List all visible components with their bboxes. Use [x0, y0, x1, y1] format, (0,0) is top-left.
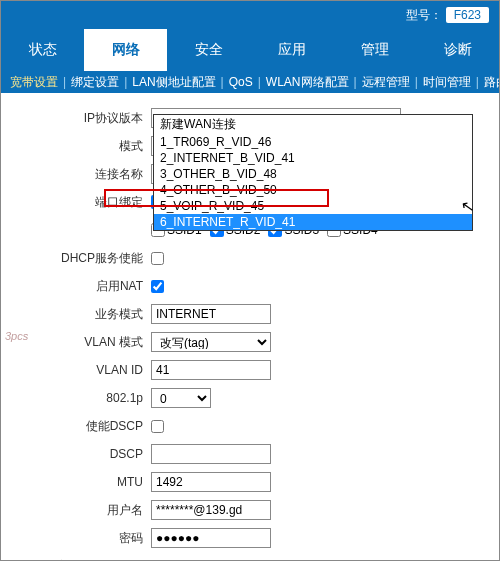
username-label: 用户名	[1, 502, 151, 519]
main-tabs: 状态 网络 安全 应用 管理 诊断	[1, 29, 499, 71]
tab-status[interactable]: 状态	[1, 29, 84, 71]
nat-checkbox[interactable]	[151, 280, 164, 293]
subtab-broadband[interactable]: 宽带设置	[10, 74, 58, 91]
sub-tabs: 宽带设置| 绑定设置| LAN侧地址配置| QoS| WLAN网络配置| 远程管…	[1, 71, 499, 93]
model-label: 型号：	[406, 7, 442, 24]
subtab-binding[interactable]: 绑定设置	[71, 74, 119, 91]
password-label: 密码	[1, 530, 151, 547]
mtu-label: MTU	[1, 475, 151, 489]
subtab-time[interactable]: 时间管理	[423, 74, 471, 91]
tab-management[interactable]: 管理	[333, 29, 416, 71]
top-bar: 型号： F623	[1, 1, 499, 29]
dropdown-option[interactable]: 新建WAN连接	[154, 115, 472, 134]
dhcp-label: DHCP服务使能	[1, 250, 151, 267]
dropdown-option[interactable]: 4_OTHER_B_VID_50	[154, 182, 472, 198]
p8021-select[interactable]: 0	[151, 388, 211, 408]
dscp-enable-checkbox[interactable]	[151, 420, 164, 433]
vlan-id-input[interactable]	[151, 360, 271, 380]
p8021-label: 802.1p	[1, 391, 151, 405]
subtab-route[interactable]: 路由配置	[484, 74, 499, 91]
ip-version-label: IP协议版本	[1, 110, 151, 127]
dscp-label: DSCP	[1, 447, 151, 461]
subtab-qos[interactable]: QoS	[229, 75, 253, 89]
subtab-remote[interactable]: 远程管理	[362, 74, 410, 91]
subtab-wlan[interactable]: WLAN网络配置	[266, 74, 349, 91]
dropdown-option[interactable]: 2_INTERNET_B_VID_41	[154, 150, 472, 166]
dropdown-option-selected[interactable]: 6_INTERNET_R_VID_41	[154, 214, 472, 230]
tab-application[interactable]: 应用	[250, 29, 333, 71]
dhcp-checkbox[interactable]	[151, 252, 164, 265]
vlan-id-label: VLAN ID	[1, 363, 151, 377]
vlan-mode-label: VLAN 模式	[1, 334, 151, 351]
password-input[interactable]	[151, 528, 271, 548]
tab-network[interactable]: 网络	[84, 29, 167, 71]
mode-label: 模式	[1, 138, 151, 155]
dscp-input[interactable]	[151, 444, 271, 464]
username-input[interactable]	[151, 500, 271, 520]
subtab-lan[interactable]: LAN侧地址配置	[132, 74, 215, 91]
vlan-mode-select[interactable]: 改写(tag)	[151, 332, 271, 352]
nat-label: 启用NAT	[1, 278, 151, 295]
dropdown-option[interactable]: 1_TR069_R_VID_46	[154, 134, 472, 150]
mtu-input[interactable]	[151, 472, 271, 492]
dropdown-option[interactable]: 5_VOIP_R_VID_45	[154, 198, 472, 214]
model-value: F623	[446, 7, 489, 23]
port-bind-label: 端口绑定	[1, 194, 151, 211]
conn-name-dropdown[interactable]: 新建WAN连接 1_TR069_R_VID_46 2_INTERNET_B_VI…	[153, 114, 473, 231]
conn-name-label: 连接名称	[1, 166, 151, 183]
dropdown-option[interactable]: 3_OTHER_B_VID_48	[154, 166, 472, 182]
tab-diagnosis[interactable]: 诊断	[416, 29, 499, 71]
dscp-enable-label: 使能DSCP	[1, 418, 151, 435]
pppoe-proxy-label: 启用PPPoE代理	[1, 558, 151, 562]
biz-input	[151, 304, 271, 324]
tab-security[interactable]: 安全	[167, 29, 250, 71]
biz-label: 业务模式	[1, 306, 151, 323]
